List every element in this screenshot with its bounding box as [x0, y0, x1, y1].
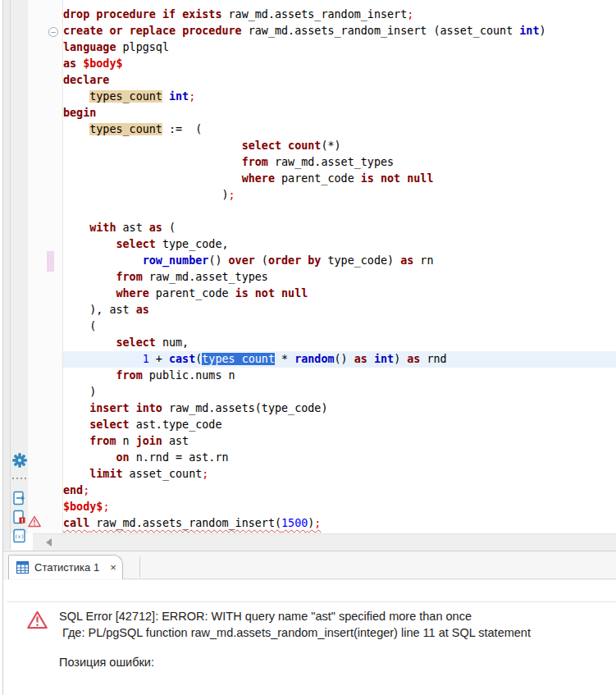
code-line[interactable]: create or replace procedure raw_md.asset…	[63, 23, 616, 39]
code-token: n	[116, 435, 136, 447]
code-line[interactable]: drop procedure if exists raw_md.assets_r…	[63, 7, 616, 23]
code-line[interactable]: as $body$	[63, 56, 616, 72]
code-token	[176, 25, 182, 37]
code-token: $body$	[63, 501, 103, 513]
code-line[interactable]: );	[63, 187, 616, 203]
code-token: where	[242, 172, 275, 185]
code-line[interactable]: select count(*)	[63, 138, 616, 154]
code-token	[156, 8, 162, 21]
script-error-icon[interactable]	[11, 509, 27, 524]
code-line[interactable]: call raw_md.assets_random_insert(1500);	[63, 515, 616, 532]
code-line[interactable]: insert into raw_md.assets(type_code)	[63, 400, 616, 417]
code-token: begin	[63, 107, 96, 119]
code-line[interactable]: from n join ast	[63, 433, 616, 450]
code-token: *	[275, 353, 294, 365]
scroll-left-arrow-icon[interactable]	[46, 538, 52, 546]
code-token: ;	[407, 8, 413, 21]
code-token	[130, 402, 136, 414]
code-token: int	[519, 25, 539, 37]
gear-icon[interactable]	[11, 452, 27, 468]
code-token: is	[235, 287, 249, 299]
fold-collapse-icon[interactable]: −	[48, 27, 58, 37]
code-line[interactable]	[63, 203, 616, 220]
code-token: random	[294, 353, 334, 365]
code-token: num,	[156, 336, 189, 349]
export-script-icon[interactable]	[11, 490, 27, 505]
code-line[interactable]: from raw_md.asset_types	[63, 269, 616, 286]
code-token: from	[89, 435, 116, 447]
code-token	[63, 222, 89, 234]
svg-text:(x): (x)	[15, 533, 25, 539]
code-line[interactable]: where parent_code is not null	[63, 171, 616, 187]
code-line[interactable]: select ast.type_code	[63, 417, 616, 433]
code-line[interactable]: end;	[63, 482, 616, 499]
code-token: ast	[116, 222, 149, 234]
code-token: types_count	[89, 123, 162, 135]
code-token	[63, 336, 116, 349]
code-token	[63, 271, 116, 283]
code-token: declare	[63, 74, 109, 86]
error-message-line1: SQL Error [42712]: ERROR: WITH query nam…	[59, 608, 531, 624]
code-token: create	[63, 25, 103, 37]
code-line[interactable]: with ast as (	[63, 220, 616, 236]
code-token: as	[354, 353, 367, 365]
code-token: raw_md.asset_types	[268, 156, 394, 168]
code-token: limit	[89, 468, 122, 480]
error-position-label: Позиция ошибки:	[59, 656, 154, 669]
code-token: from	[242, 156, 268, 168]
code-line[interactable]: limit asset_count;	[63, 466, 616, 482]
code-area[interactable]: drop procedure if exists raw_md.assets_r…	[63, 0, 616, 540]
code-line[interactable]: 1 + cast(types_count * random() as int) …	[63, 351, 616, 368]
code-token: types_count	[202, 353, 275, 365]
code-token	[162, 90, 169, 103]
code-token: (	[162, 222, 176, 234]
code-line[interactable]: declare	[63, 72, 616, 89]
code-token: not	[381, 172, 400, 185]
tab-statistics[interactable]: Статистика 1 ×	[8, 555, 123, 579]
code-line[interactable]: on n.rnd = ast.rn	[63, 450, 616, 466]
code-line[interactable]: types_count := (	[63, 121, 616, 138]
code-line[interactable]: (	[63, 318, 616, 335]
code-token: ), ast	[63, 304, 136, 316]
tabbar-bottom-border	[123, 578, 616, 579]
code-token: procedure	[182, 25, 242, 37]
code-token: where	[116, 287, 149, 299]
code-token: as	[63, 57, 76, 70]
code-token: as	[400, 254, 413, 267]
code-token: plpgsql	[116, 41, 170, 53]
table-icon	[16, 561, 29, 574]
code-line[interactable]: select num,	[63, 335, 616, 351]
code-line[interactable]: language plpgsql	[63, 39, 616, 56]
code-token: into	[136, 402, 162, 414]
code-token: over	[229, 254, 255, 267]
code-token: parent_code	[149, 287, 235, 299]
code-token: raw_md.assets_random_insert	[222, 8, 408, 21]
code-line[interactable]: from raw_md.asset_types	[63, 154, 616, 171]
code-line[interactable]: from public.nums n	[63, 368, 616, 384]
warning-triangle-icon	[27, 610, 48, 629]
tab-close-icon[interactable]: ×	[110, 561, 116, 574]
code-token: as	[407, 353, 420, 365]
tab-label: Статистика 1	[34, 561, 99, 574]
overflow-dots[interactable]	[12, 478, 26, 479]
horizontal-scrollbar[interactable]	[33, 533, 616, 551]
code-line[interactable]: )	[63, 384, 616, 400]
code-line[interactable]: select type_code,	[63, 236, 616, 253]
code-token: ;	[189, 90, 195, 103]
code-line[interactable]: row_number() over (order by type_code) a…	[63, 253, 616, 269]
code-token: row_number	[143, 254, 209, 267]
sql-editor: (x) − drop procedure if exists raw_md.as…	[11, 0, 616, 533]
code-line[interactable]: where parent_code is not null	[63, 286, 616, 302]
code-line[interactable]: ), ast as	[63, 302, 616, 318]
code-line[interactable]: types_count int;	[63, 89, 616, 105]
code-token	[367, 353, 374, 365]
code-token	[123, 25, 130, 37]
code-line[interactable]: $body$;	[63, 499, 616, 515]
code-token	[63, 254, 143, 267]
script-variables-icon[interactable]: (x)	[11, 528, 27, 543]
code-token	[63, 369, 116, 382]
code-token	[63, 90, 89, 103]
results-tabbar: Статистика 1 ×	[3, 551, 616, 580]
code-token	[63, 156, 242, 168]
code-line[interactable]: begin	[63, 105, 616, 121]
